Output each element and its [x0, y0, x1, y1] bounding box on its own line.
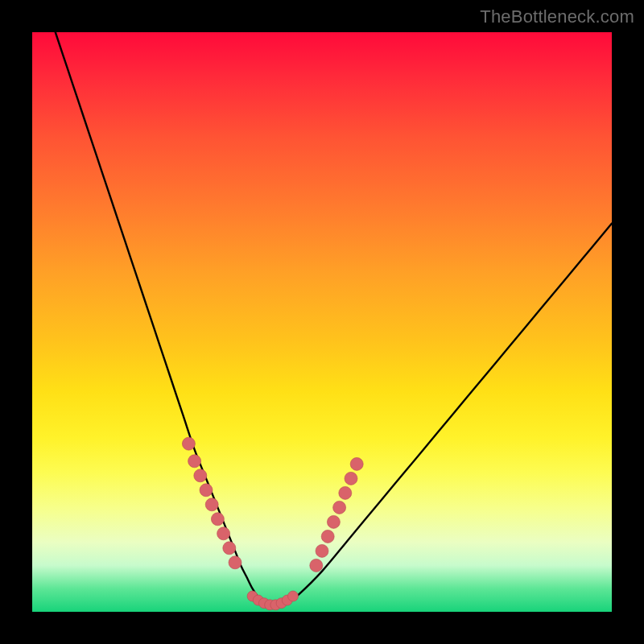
chart-frame: TheBottleneck.com	[0, 0, 644, 644]
marker-cluster-bottom	[247, 591, 298, 610]
data-marker	[310, 559, 323, 572]
data-marker	[288, 591, 299, 601]
data-marker	[327, 515, 340, 528]
data-marker	[188, 455, 201, 468]
data-marker	[205, 498, 218, 511]
attribution-text: TheBottleneck.com	[480, 6, 634, 27]
data-marker	[200, 484, 213, 497]
data-marker	[229, 556, 242, 569]
data-marker	[194, 469, 207, 482]
data-marker	[333, 501, 346, 514]
plot-area	[32, 32, 612, 612]
data-marker	[345, 472, 357, 485]
data-marker	[350, 457, 363, 470]
data-marker	[316, 544, 328, 557]
data-marker	[223, 542, 236, 555]
data-marker	[211, 513, 224, 526]
marker-cluster-left	[182, 437, 242, 569]
data-marker	[321, 530, 334, 543]
data-marker	[217, 527, 230, 540]
chart-svg	[32, 32, 612, 612]
data-marker	[339, 486, 352, 499]
data-marker	[182, 437, 195, 450]
